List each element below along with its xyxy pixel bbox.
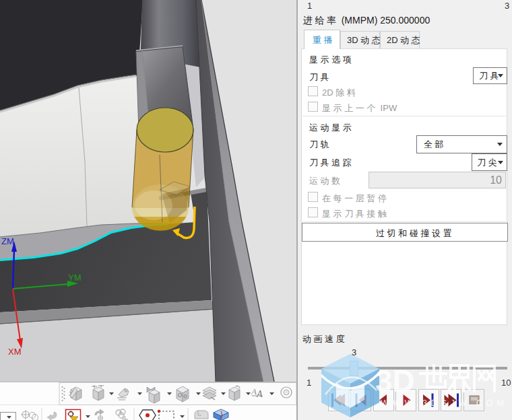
svg-text:YM: YM: [68, 273, 82, 283]
svg-text:XM: XM: [8, 347, 22, 357]
svg-text:A: A: [251, 386, 257, 396]
svg-text:A: A: [256, 389, 263, 399]
svg-text:ZM: ZM: [1, 236, 14, 246]
